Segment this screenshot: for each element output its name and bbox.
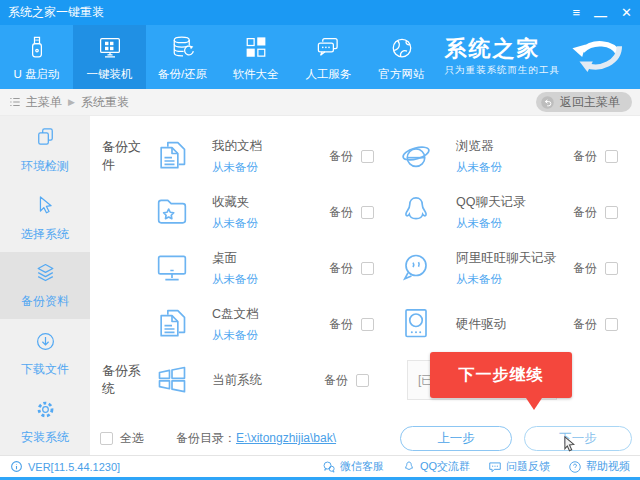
footer-link-qq-group[interactable]: QQ交流群	[402, 459, 470, 474]
backup-row: 收藏夹 从未备份 备份	[90, 184, 640, 240]
app-window: 系统之家一键重装 ≡ — ✕ U 盘启动	[0, 0, 640, 480]
brand-logo: 系统之家 只为重装系统而生的工具	[445, 25, 640, 89]
backup-checkbox[interactable]	[361, 206, 374, 219]
backup-item-my-documents: 我的文档 从未备份 备份	[152, 136, 396, 176]
back-to-menu-button[interactable]: 返回主菜单	[536, 92, 632, 112]
gear-icon	[32, 396, 59, 423]
nav-item-backup-restore[interactable]: 备份/还原	[146, 25, 219, 89]
menu-icon[interactable]: ≡	[573, 6, 581, 19]
backup-row: C盘文档 从未备份 备份	[90, 296, 640, 352]
backup-checkbox[interactable]	[605, 318, 618, 331]
group-label-system: 备份系统	[90, 362, 152, 398]
apps-grid-icon	[241, 33, 271, 63]
backup-item-favorites: 收藏夹 从未备份 备份	[152, 192, 396, 232]
select-all-label: 全选	[120, 430, 144, 447]
select-all-checkbox[interactable]	[100, 432, 113, 445]
backup-dir-link[interactable]: E:\xitongzhijia\bak\	[236, 431, 336, 445]
nav-item-one-click-install[interactable]: 一键装机	[73, 25, 146, 89]
globe-icon	[387, 33, 417, 63]
sidebar-item-select-system[interactable]: 选择系统	[0, 184, 90, 252]
backup-label: 备份	[573, 204, 597, 221]
breadcrumb-root[interactable]: 主菜单	[26, 94, 62, 111]
breadcrumb-separator: ▶	[68, 97, 75, 107]
documents-icon	[152, 136, 192, 176]
nav-item-service[interactable]: 人工服务	[292, 25, 365, 89]
wechat-icon	[322, 460, 336, 474]
close-icon[interactable]: ✕	[621, 6, 632, 19]
backup-checkbox[interactable]	[361, 262, 374, 275]
prev-step-button[interactable]: 上一步	[400, 426, 512, 451]
hard-drive-icon	[396, 304, 436, 344]
back-button-label: 返回主菜单	[560, 94, 620, 111]
mouse-cursor-icon	[563, 436, 578, 452]
brand-name: 系统之家	[445, 37, 561, 61]
footer-link-feedback[interactable]: 问题反馈	[488, 459, 550, 474]
info-icon	[10, 460, 23, 473]
window-title: 系统之家一键重装	[8, 4, 104, 21]
sidebar-item-label: 选择系统	[21, 226, 69, 243]
backup-item-wangwang-history: 阿里旺旺聊天记录 从未备份 备份	[396, 248, 640, 288]
backup-label: 备份	[573, 148, 597, 165]
minimize-icon[interactable]: —	[594, 9, 607, 22]
item-title: 阿里旺旺聊天记录	[456, 250, 573, 267]
backup-item-current-system: 当前系统 备份	[152, 360, 391, 400]
sidebar-item-install-system[interactable]: 安装系统	[0, 387, 90, 455]
backup-item-qq-history: QQ聊天记录 从未备份 备份	[396, 192, 640, 232]
layers-icon	[32, 260, 59, 287]
folder-star-icon	[152, 192, 192, 232]
backup-label: 备份	[329, 148, 353, 165]
item-title: 收藏夹	[212, 194, 329, 211]
footer-link-label: 微信客服	[340, 459, 384, 474]
nav-item-usb-boot[interactable]: U 盘启动	[0, 25, 73, 89]
backup-checkbox[interactable]	[356, 374, 369, 387]
backup-checkbox[interactable]	[605, 206, 618, 219]
item-title: 当前系统	[212, 372, 324, 389]
sidebar-item-label: 安装系统	[21, 429, 69, 446]
main-panel: 备份文件 我的文档 从未备份	[90, 116, 640, 455]
documents-icon	[152, 304, 192, 344]
backup-checkbox[interactable]	[361, 318, 374, 331]
version-text: VER[11.5.44.1230]	[28, 461, 120, 473]
nav-item-label: 一键装机	[87, 67, 133, 82]
breadcrumb-current: 系统重装	[81, 94, 129, 111]
sidebar-item-download-files[interactable]: 下载文件	[0, 319, 90, 387]
desktop-icon	[152, 248, 192, 288]
backup-checkbox[interactable]	[605, 150, 618, 163]
item-status: 从未备份	[456, 160, 573, 175]
footer-link-wechat[interactable]: 微信客服	[322, 459, 384, 474]
help-circle-icon	[568, 460, 582, 474]
backup-label: 备份	[329, 260, 353, 277]
footer-link-help-video[interactable]: 帮助视频	[568, 459, 630, 474]
sidebar-item-env-check[interactable]: 环境检测	[0, 116, 90, 184]
backup-row: 桌面 从未备份 备份	[90, 240, 640, 296]
cursor-icon	[32, 193, 59, 220]
next-step-tooltip: 下一步继续	[430, 352, 572, 398]
back-arrow-icon	[540, 95, 555, 110]
backup-item-browser: 浏览器 从未备份 备份	[396, 136, 640, 176]
backup-label: 备份	[324, 372, 348, 389]
backup-checkbox[interactable]	[605, 262, 618, 275]
next-step-button[interactable]: 下一步	[524, 426, 632, 451]
database-restore-icon	[168, 33, 198, 63]
titlebar: 系统之家一键重装 ≡ — ✕	[0, 0, 640, 25]
nav-item-label: 官方网站	[379, 67, 425, 82]
tooltip-text: 下一步继续	[459, 365, 544, 386]
usb-icon	[22, 33, 52, 63]
nav-item-software[interactable]: 软件大全	[219, 25, 292, 89]
wangwang-bubble-icon	[396, 248, 436, 288]
item-title: C盘文档	[212, 306, 329, 323]
sidebar-item-backup-data[interactable]: 备份资料	[0, 252, 90, 320]
monitor-windows-icon	[95, 33, 125, 63]
browser-icon	[396, 136, 436, 176]
backup-item-hardware-driver: 硬件驱动 备份	[396, 304, 640, 344]
nav-item-label: U 盘启动	[14, 67, 60, 82]
swoosh-arrows-icon	[568, 37, 630, 77]
backup-checkbox[interactable]	[361, 150, 374, 163]
item-title: 硬件驱动	[456, 316, 573, 333]
nav-item-label: 软件大全	[233, 67, 279, 82]
chat-service-icon	[314, 33, 344, 63]
sidebar: 环境检测 选择系统 备份资料	[0, 116, 90, 455]
nav-item-website[interactable]: 官方网站	[365, 25, 438, 89]
sidebar-item-label: 下载文件	[21, 361, 69, 378]
backup-item-desktop: 桌面 从未备份 备份	[152, 248, 396, 288]
